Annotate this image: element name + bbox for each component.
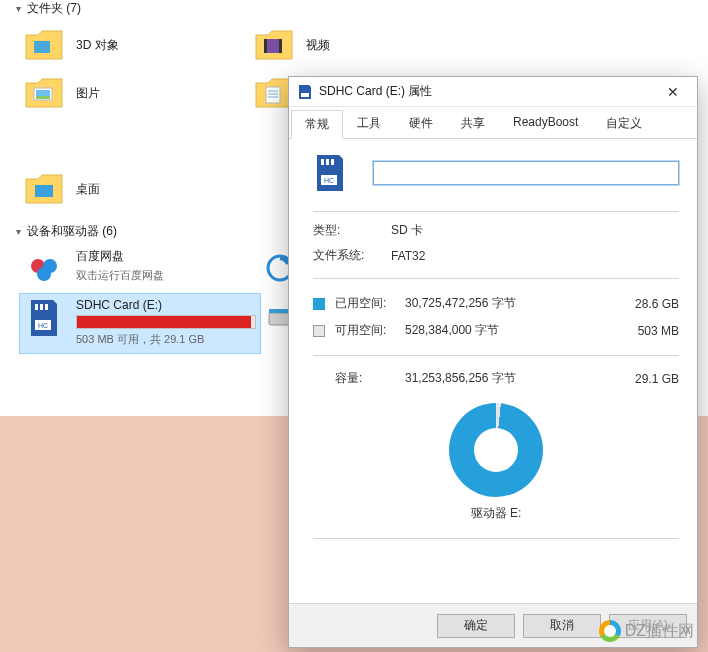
ok-button[interactable]: 确定: [437, 614, 515, 638]
drive-letter-label: 驱动器 E:: [471, 505, 522, 522]
folder-label: 3D 对象: [76, 37, 119, 54]
tabs: 常规 工具 硬件 共享 ReadyBoost 自定义: [289, 107, 697, 139]
dialog-body: HC 类型: SD 卡 文件系统: FAT32 已用空间: 30,725,472…: [289, 139, 697, 603]
tab-sharing[interactable]: 共享: [447, 109, 499, 138]
folders-section-header[interactable]: ▾ 文件夹 (7): [0, 0, 708, 21]
folder-icon: [24, 169, 64, 209]
tab-readyboost[interactable]: ReadyBoost: [499, 109, 592, 138]
folder-icon: [254, 25, 294, 65]
chevron-down-icon: ▾: [16, 3, 21, 14]
drive-sdhc[interactable]: HC SDHC Card (E:) 503 MB 可用，共 29.1 GB: [20, 294, 260, 353]
free-swatch-icon: [313, 325, 325, 337]
svg-rect-7: [266, 87, 280, 103]
baidu-icon: [24, 248, 64, 288]
svg-rect-16: [35, 304, 38, 310]
drive-sub: 503 MB 可用，共 29.1 GB: [76, 332, 256, 347]
svg-rect-6: [36, 96, 50, 99]
drive-usage-bar: [76, 315, 256, 329]
used-human: 28.6 GB: [609, 297, 679, 311]
divider: [313, 355, 679, 356]
svg-rect-5: [36, 90, 50, 96]
watermark-logo-icon: [599, 620, 621, 642]
type-label: 类型:: [313, 222, 391, 239]
type-value: SD 卡: [391, 222, 679, 239]
folders-section-title: 文件夹 (7): [27, 0, 81, 17]
divider: [313, 538, 679, 539]
svg-rect-3: [279, 39, 282, 53]
drive-name: SDHC Card (E:): [76, 298, 256, 312]
properties-dialog: SDHC Card (E:) 属性 ✕ 常规 工具 硬件 共享 ReadyBoo…: [288, 76, 698, 648]
folder-pictures[interactable]: 图片: [20, 69, 250, 117]
svg-rect-18: [45, 304, 48, 310]
tab-tools[interactable]: 工具: [343, 109, 395, 138]
folder-label: 桌面: [76, 181, 100, 198]
dialog-title: SDHC Card (E:) 属性: [319, 83, 653, 100]
sd-card-icon: HC: [24, 298, 64, 338]
svg-rect-2: [264, 39, 267, 53]
tab-customize[interactable]: 自定义: [592, 109, 656, 138]
folder-videos[interactable]: 视频: [250, 21, 480, 69]
svg-rect-11: [35, 185, 53, 197]
close-icon: ✕: [667, 84, 679, 100]
folder-icon: [24, 73, 64, 113]
folder-3d-objects[interactable]: 3D 对象: [20, 21, 250, 69]
divider: [313, 211, 679, 212]
svg-rect-0: [34, 41, 50, 53]
folder-desktop[interactable]: 桌面: [20, 165, 250, 213]
titlebar[interactable]: SDHC Card (E:) 属性 ✕: [289, 77, 697, 107]
usage-donut-chart: [449, 403, 543, 497]
cancel-button[interactable]: 取消: [523, 614, 601, 638]
svg-rect-25: [326, 159, 329, 165]
folder-label: 图片: [76, 85, 100, 102]
svg-rect-17: [40, 304, 43, 310]
close-button[interactable]: ✕: [653, 78, 693, 106]
free-human: 503 MB: [609, 324, 679, 338]
capacity-human: 29.1 GB: [609, 372, 679, 386]
divider: [313, 278, 679, 279]
free-label: 可用空间:: [335, 322, 405, 339]
sd-card-icon: HC: [313, 153, 347, 193]
watermark-text: DZ插件网: [625, 621, 694, 642]
svg-text:HC: HC: [38, 322, 48, 329]
used-label: 已用空间:: [335, 295, 405, 312]
tab-hardware[interactable]: 硬件: [395, 109, 447, 138]
svg-rect-24: [321, 159, 324, 165]
svg-rect-26: [331, 159, 334, 165]
used-swatch-icon: [313, 298, 325, 310]
hidden-spacer: [20, 117, 250, 165]
drives-section-title: 设备和驱动器 (6): [27, 223, 117, 240]
folder-icon: [24, 25, 64, 65]
svg-point-14: [37, 267, 51, 281]
chevron-down-icon: ▾: [16, 226, 21, 237]
volume-name-input[interactable]: [373, 161, 679, 185]
svg-rect-23: [301, 93, 309, 97]
capacity-bytes: 31,253,856,256 字节: [405, 370, 609, 387]
capacity-label: 容量:: [313, 370, 405, 387]
sd-card-icon: [297, 84, 313, 100]
folder-label: 视频: [306, 37, 330, 54]
drive-baidu[interactable]: 百度网盘 双击运行百度网盘: [20, 244, 260, 294]
drive-sub: 双击运行百度网盘: [76, 268, 256, 283]
free-bytes: 528,384,000 字节: [405, 322, 609, 339]
drive-usage-fill: [77, 316, 251, 328]
filesystem-value: FAT32: [391, 249, 679, 263]
used-bytes: 30,725,472,256 字节: [405, 295, 609, 312]
watermark: DZ插件网: [599, 620, 694, 642]
drive-name: 百度网盘: [76, 248, 256, 265]
svg-text:HC: HC: [324, 177, 334, 184]
filesystem-label: 文件系统:: [313, 247, 391, 264]
tab-general[interactable]: 常规: [291, 110, 343, 139]
